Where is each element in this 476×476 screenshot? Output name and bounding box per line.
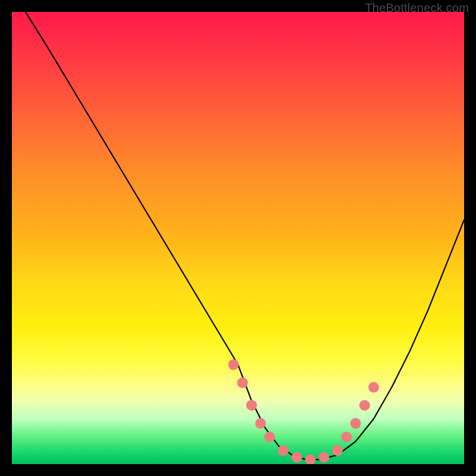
marker-dot — [341, 431, 352, 442]
marker-dot — [278, 445, 289, 456]
marker-dot — [228, 359, 239, 370]
marker-dot — [292, 452, 302, 463]
watermark-text: TheBottleneck.com — [365, 1, 469, 15]
marker-dot — [350, 418, 361, 429]
marker-dot — [368, 382, 379, 393]
marker-dot — [264, 431, 275, 442]
curve-line — [26, 12, 464, 459]
marker-dot — [237, 377, 248, 388]
marker-dot — [359, 400, 370, 411]
marker-dot — [318, 452, 329, 463]
marker-dot — [246, 400, 257, 411]
marker-dot — [255, 418, 266, 429]
chart-container: TheBottleneck.com — [0, 0, 476, 476]
marker-dot — [305, 454, 316, 464]
plot-area — [12, 12, 464, 464]
chart-svg — [12, 12, 464, 464]
marker-group — [228, 359, 379, 464]
marker-dot — [332, 445, 343, 456]
